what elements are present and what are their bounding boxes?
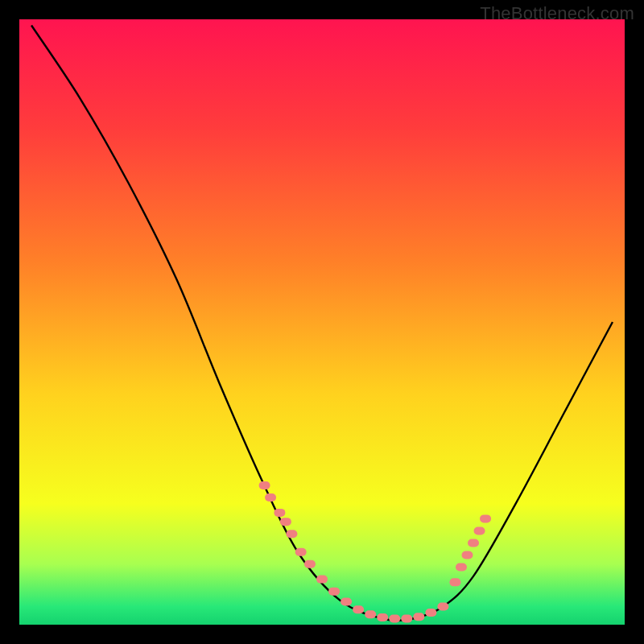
- highlight-dot: [474, 526, 485, 535]
- highlight-dot: [274, 509, 285, 517]
- plot-background: [19, 19, 625, 625]
- highlight-dot: [468, 539, 479, 547]
- highlight-dot: [280, 518, 291, 526]
- highlight-dot: [425, 609, 436, 617]
- highlight-dot: [456, 564, 467, 572]
- highlight-dot: [295, 548, 307, 556]
- highlight-dot: [377, 613, 388, 621]
- chart-frame: TheBottleneck.com: [0, 0, 644, 644]
- highlight-dot: [480, 514, 491, 522]
- bottleneck-chart: [0, 0, 644, 644]
- highlight-dot: [437, 602, 448, 610]
- highlight-dot: [365, 610, 376, 618]
- highlight-dot: [341, 597, 352, 605]
- highlight-dot: [449, 578, 460, 586]
- highlight-dot: [413, 613, 424, 621]
- highlight-dot: [401, 614, 412, 622]
- highlight-dot: [461, 551, 473, 559]
- highlight-dot: [286, 530, 297, 538]
- highlight-dot: [316, 576, 328, 584]
- watermark-text: TheBottleneck.com: [480, 3, 634, 24]
- highlight-dot: [304, 560, 316, 568]
- highlight-dot: [389, 614, 400, 622]
- highlight-dot: [353, 605, 364, 613]
- highlight-dot: [328, 588, 340, 596]
- highlight-dot: [265, 493, 276, 502]
- highlight-dot: [259, 481, 270, 489]
